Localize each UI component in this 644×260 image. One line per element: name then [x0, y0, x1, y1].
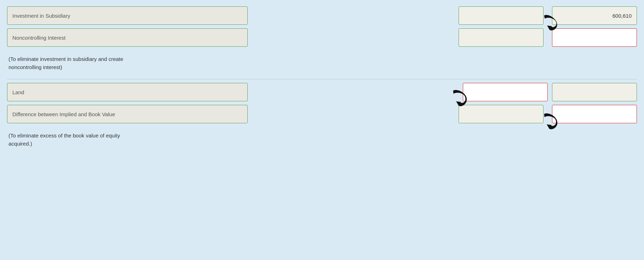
right-input-noncontrolling[interactable] [552, 28, 637, 47]
noncontrolling-text: Noncontrolling Interest [12, 35, 65, 41]
right-input-land[interactable] [552, 83, 637, 101]
section-divider [7, 79, 637, 79]
right-input-investment[interactable]: 600,610 [552, 6, 637, 25]
row-noncontrolling: Noncontrolling Interest [7, 28, 637, 47]
middle-input-diff[interactable] [459, 105, 544, 123]
note-1: (To eliminate investment in subsidiary a… [7, 50, 142, 76]
investment-subsidiary-text: Investment in Subsidiary [12, 13, 70, 19]
land-text: Land [12, 89, 24, 95]
label-noncontrolling: Noncontrolling Interest [7, 28, 248, 47]
row-investment-subsidiary: Investment in Subsidiary 600,610 [7, 6, 637, 25]
label-land: Land [7, 83, 248, 101]
right-input-diff[interactable] [552, 105, 637, 123]
middle-input-land[interactable] [463, 83, 548, 101]
label-diff-implied-book: Difference between Implied and Book Valu… [7, 105, 248, 123]
svg-marker-2 [547, 124, 552, 129]
label-investment-subsidiary: Investment in Subsidiary [7, 6, 248, 25]
row-diff-implied-book: Difference between Implied and Book Valu… [7, 105, 637, 123]
right-value-investment: 600,610 [613, 13, 632, 19]
diff-implied-book-text: Difference between Implied and Book Valu… [12, 111, 115, 117]
row-land: Land [7, 83, 637, 101]
middle-input-noncontrolling[interactable] [459, 28, 544, 47]
main-container: Investment in Subsidiary 600,610 Noncont… [0, 0, 644, 260]
note-2: (To eliminate excess of the book value o… [7, 127, 142, 153]
middle-input-investment[interactable] [459, 6, 544, 25]
